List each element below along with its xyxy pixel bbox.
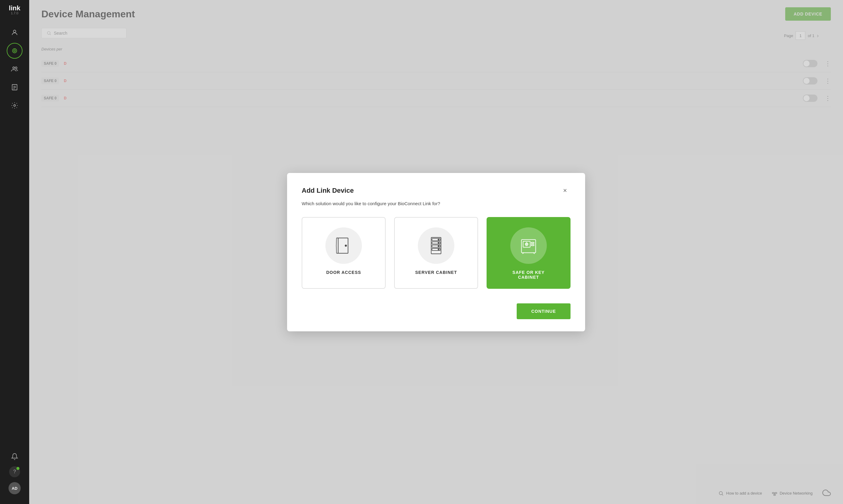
sidebar-nav bbox=[7, 24, 22, 453]
continue-button[interactable]: CONTINUE bbox=[517, 303, 570, 319]
sidebar-bottom: ? AD bbox=[8, 453, 21, 499]
modal-subtitle: Which solution would you like to configu… bbox=[302, 201, 570, 206]
sidebar: link 1.7.0 bbox=[0, 0, 29, 504]
server-icon bbox=[425, 235, 447, 256]
safe-icon-circle bbox=[510, 228, 547, 264]
help-button[interactable]: ? bbox=[9, 466, 20, 477]
svg-point-27 bbox=[526, 244, 527, 245]
settings-icon bbox=[11, 102, 18, 109]
sidebar-item-users[interactable] bbox=[7, 24, 22, 40]
user-icon bbox=[11, 29, 18, 36]
svg-rect-5 bbox=[12, 85, 17, 90]
svg-point-20 bbox=[438, 239, 439, 240]
option-door-access[interactable]: DOOR ACCESS bbox=[302, 217, 386, 289]
app-name: link bbox=[9, 5, 20, 12]
server-cabinet-label: SERVER CABINET bbox=[415, 270, 457, 275]
notification-dot bbox=[16, 467, 19, 470]
door-icon bbox=[333, 235, 355, 256]
device-icon bbox=[11, 47, 18, 54]
server-cabinet-icon-circle bbox=[418, 228, 454, 264]
group-icon bbox=[11, 65, 18, 73]
svg-point-14 bbox=[345, 245, 347, 246]
app-version: 1.7.0 bbox=[9, 12, 20, 15]
svg-point-9 bbox=[14, 105, 16, 106]
option-server-cabinet[interactable]: SERVER CABINET bbox=[394, 217, 478, 289]
svg-rect-29 bbox=[531, 242, 534, 244]
sidebar-item-settings[interactable] bbox=[7, 97, 22, 113]
svg-point-23 bbox=[438, 249, 439, 250]
bell-icon bbox=[11, 453, 18, 460]
door-access-label: DOOR ACCESS bbox=[326, 270, 361, 275]
svg-point-22 bbox=[438, 246, 439, 247]
app-logo: link 1.7.0 bbox=[9, 5, 20, 15]
svg-point-4 bbox=[15, 67, 17, 69]
svg-point-1 bbox=[13, 49, 17, 53]
modal-title: Add Link Device bbox=[302, 187, 354, 195]
svg-point-0 bbox=[13, 30, 16, 33]
main-content: Device Management ADD DEVICE Page 1 of 1… bbox=[29, 0, 843, 504]
door-access-icon-circle bbox=[326, 228, 362, 264]
modal-close-button[interactable]: × bbox=[560, 185, 570, 196]
safe-icon bbox=[517, 235, 540, 256]
question-mark: ? bbox=[13, 469, 16, 474]
svg-point-26 bbox=[525, 243, 528, 246]
svg-rect-30 bbox=[531, 245, 534, 246]
safe-key-cabinet-label: SAFE OR KEY CABINET bbox=[512, 270, 545, 280]
report-icon bbox=[11, 84, 18, 91]
modal-overlay: Add Link Device × Which solution would y… bbox=[29, 0, 843, 504]
svg-point-21 bbox=[438, 242, 439, 244]
modal-header: Add Link Device × bbox=[302, 185, 570, 196]
modal-dialog: Add Link Device × Which solution would y… bbox=[287, 173, 585, 331]
option-safe-key-cabinet[interactable]: SAFE OR KEY CABINET bbox=[487, 217, 570, 289]
options-row: DOOR ACCESS bbox=[302, 217, 570, 289]
svg-rect-15 bbox=[431, 237, 441, 254]
svg-point-3 bbox=[13, 67, 15, 69]
sidebar-item-groups[interactable] bbox=[7, 61, 22, 77]
sidebar-item-devices[interactable] bbox=[7, 43, 22, 59]
avatar[interactable]: AD bbox=[8, 482, 21, 494]
svg-point-2 bbox=[14, 50, 16, 52]
sidebar-item-reports[interactable] bbox=[7, 79, 22, 95]
modal-footer: CONTINUE bbox=[302, 303, 570, 319]
notifications-bell[interactable] bbox=[11, 453, 18, 462]
